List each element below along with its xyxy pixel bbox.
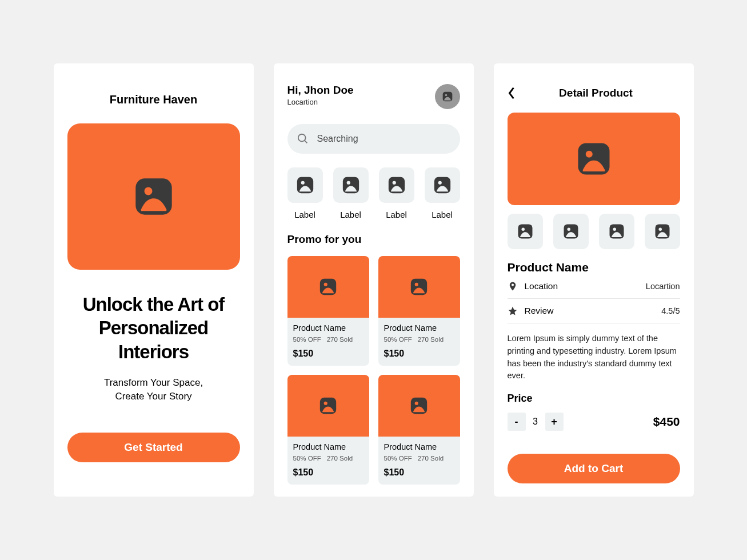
- image-placeholder-icon: [409, 277, 429, 297]
- discount-badge: 50% OFF: [293, 455, 321, 462]
- page-title: Detail Product: [512, 87, 680, 99]
- add-to-cart-button[interactable]: Add to Cart: [508, 454, 680, 483]
- category-label: Label: [386, 210, 407, 219]
- subtitle-line2: Create Your Story: [67, 390, 240, 404]
- sold-count: 270 Sold: [418, 455, 444, 462]
- image-placeholder-icon: [132, 175, 175, 218]
- detail-screen: Detail Product Product Name Location Loc…: [494, 63, 694, 497]
- category-label: Label: [432, 210, 453, 219]
- sold-count: 270 Sold: [418, 336, 444, 343]
- review-value: 4.5/5: [661, 306, 680, 315]
- image-placeholder-icon: [387, 175, 406, 195]
- svg-line-7: [304, 141, 307, 143]
- avatar[interactable]: [435, 84, 460, 109]
- product-name: Product Name: [384, 323, 454, 333]
- location-value: Locartion: [646, 282, 680, 291]
- increment-button[interactable]: +: [545, 413, 564, 431]
- sold-count: 270 Sold: [327, 455, 353, 462]
- image-placeholder-icon: [318, 396, 338, 415]
- product-card[interactable]: Product Name 50% OFF270 Sold $150: [378, 256, 460, 366]
- thumbnail-row: [508, 214, 680, 249]
- sold-count: 270 Sold: [327, 336, 353, 343]
- product-description: Lorem Ipsum is simply dummy text of the …: [508, 333, 680, 382]
- discount-badge: 50% OFF: [384, 455, 412, 462]
- product-card[interactable]: Product Name 50% OFF270 Sold $150: [378, 375, 460, 485]
- quantity-value: 3: [532, 417, 540, 427]
- pin-icon: [508, 281, 518, 291]
- discount-badge: 50% OFF: [293, 336, 321, 343]
- product-name: Product Name: [293, 442, 363, 451]
- product-name: Product Name: [384, 442, 454, 451]
- location-label: Location: [525, 281, 558, 291]
- thumbnail[interactable]: [553, 214, 589, 249]
- product-hero-image: [508, 113, 680, 205]
- image-placeholder-icon: [341, 175, 361, 195]
- product-price: $150: [384, 349, 454, 359]
- brand-title: Furniture Haven: [67, 93, 240, 106]
- category-item[interactable]: Label: [287, 167, 323, 219]
- image-placeholder-icon: [517, 223, 534, 240]
- total-price: $450: [653, 415, 680, 429]
- avatar-image-icon: [442, 91, 453, 102]
- product-card[interactable]: Product Name 50% OFF270 Sold $150: [287, 256, 369, 366]
- search-input[interactable]: Searching: [287, 124, 460, 154]
- price-label: Price: [508, 393, 680, 405]
- product-name: Product Name: [293, 323, 363, 333]
- svg-point-6: [298, 134, 305, 142]
- category-row: Label Label Label Label: [287, 167, 460, 219]
- home-screen: Hi, Jhon Doe Locartion Searching Label L…: [274, 63, 474, 497]
- image-placeholder-icon: [654, 223, 671, 240]
- image-placeholder-icon: [562, 223, 580, 240]
- category-label: Label: [294, 210, 315, 219]
- headline: Unlock the Art of Personalized Interiors: [67, 293, 240, 363]
- category-item[interactable]: Label: [425, 167, 460, 219]
- category-label: Label: [340, 210, 361, 219]
- image-placeholder-icon: [318, 277, 338, 297]
- image-placeholder-icon: [608, 223, 625, 240]
- review-label: Review: [525, 306, 554, 316]
- thumbnail[interactable]: [599, 214, 634, 249]
- product-price: $150: [384, 467, 454, 478]
- category-item[interactable]: Label: [379, 167, 414, 219]
- decrement-button[interactable]: -: [508, 413, 526, 431]
- onboarding-screen: Furniture Haven Unlock the Art of Person…: [54, 63, 254, 497]
- quantity-stepper: - 3 +: [508, 413, 564, 431]
- thumbnail[interactable]: [645, 214, 680, 249]
- greeting: Hi, Jhon Doe: [287, 84, 354, 97]
- search-icon: [297, 133, 309, 145]
- image-placeholder-icon: [575, 140, 613, 178]
- subtitle: Transform Your Space, Create Your Story: [67, 376, 240, 404]
- star-icon: [508, 306, 518, 316]
- thumbnail[interactable]: [508, 214, 543, 249]
- location-row: Location Locartion: [508, 274, 680, 299]
- product-price: $150: [293, 349, 363, 359]
- product-name: Product Name: [508, 261, 680, 274]
- product-price: $150: [293, 467, 363, 478]
- get-started-button[interactable]: Get Started: [67, 433, 240, 462]
- hero-image: [67, 123, 240, 270]
- search-placeholder: Searching: [317, 134, 358, 144]
- product-card[interactable]: Product Name 50% OFF270 Sold $150: [287, 375, 369, 485]
- product-grid: Product Name 50% OFF270 Sold $150 Produc…: [287, 256, 460, 485]
- image-placeholder-icon: [295, 175, 315, 195]
- discount-badge: 50% OFF: [384, 336, 412, 343]
- category-item[interactable]: Label: [333, 167, 369, 219]
- subtitle-line1: Transform Your Space,: [67, 376, 240, 390]
- user-location: Locartion: [287, 98, 354, 106]
- promo-section-title: Promo for you: [287, 233, 460, 246]
- image-placeholder-icon: [433, 175, 452, 195]
- image-placeholder-icon: [409, 396, 429, 415]
- review-row: Review 4.5/5: [508, 299, 680, 323]
